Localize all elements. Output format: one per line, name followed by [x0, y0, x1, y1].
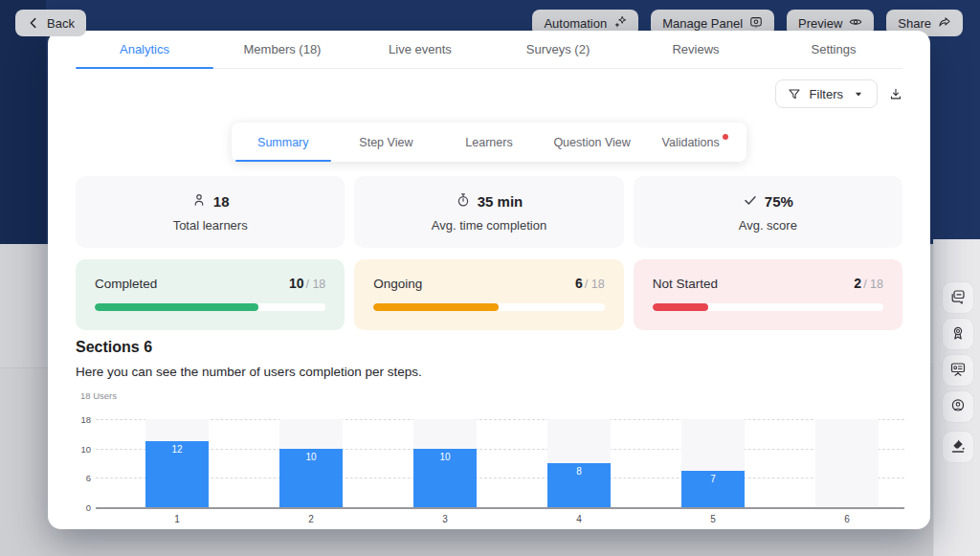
progress-total: / 18 — [585, 278, 605, 291]
progress-card-label: Not Started — [653, 277, 718, 291]
back-button-label: Back — [47, 16, 75, 31]
progress-bar-fill — [373, 303, 498, 311]
stat-card-total-learners: 18Total learners — [76, 176, 345, 248]
tab-surveys-2[interactable]: Surveys (2) — [489, 31, 627, 68]
tab-label: Reviews — [672, 42, 719, 56]
tab-members-18[interactable]: Members (18) — [213, 31, 351, 68]
progress-value: 10 — [289, 276, 304, 291]
progress-card-count: 10/ 18 — [289, 276, 325, 291]
download-button[interactable] — [889, 86, 902, 102]
progress-card-completed: Completed10/ 18 — [76, 259, 345, 330]
x-axis-tick: 5 — [694, 514, 732, 524]
tab-analytics[interactable]: Analytics — [76, 31, 213, 68]
chat-icon — [949, 288, 967, 308]
notification-dot — [723, 134, 728, 140]
progress-bar-fill — [95, 303, 258, 311]
main-tab-bar: AnalyticsMembers (18)Live eventsSurveys … — [76, 31, 902, 69]
subtab-question-view[interactable]: Question View — [541, 122, 644, 162]
check-icon — [743, 192, 758, 211]
bar-value-label: 10 — [413, 452, 477, 462]
bar-section-1[interactable]: 12 — [145, 441, 209, 507]
analytics-panel: AnalyticsMembers (18)Live eventsSurveys … — [48, 31, 930, 529]
funnel-icon — [788, 87, 801, 101]
stat-value: 18 — [213, 193, 230, 210]
page-left-sidebar-strip — [0, 0, 46, 244]
topbar-button-label: Share — [898, 16, 931, 31]
screen-icon — [749, 15, 763, 32]
subtab-label: Question View — [553, 136, 630, 149]
progress-card-count: 2/ 18 — [854, 276, 883, 291]
chart-gridline — [96, 419, 904, 420]
toolbar-button-chat[interactable] — [942, 281, 974, 314]
tab-settings[interactable]: Settings — [765, 31, 902, 68]
progress-card-label: Ongoing — [373, 277, 422, 291]
tab-label: Live events — [389, 42, 452, 56]
toolbar-button-medal[interactable] — [942, 318, 974, 350]
progress-bar-track — [653, 303, 883, 311]
stat-cards-row: 18Total learners35 minAvg. time completi… — [76, 176, 902, 248]
x-axis-tick: 1 — [158, 514, 196, 524]
subtab-summary[interactable]: Summary — [232, 122, 335, 162]
stat-label: Total learners — [173, 218, 248, 233]
bar-section-3[interactable]: 10 — [413, 449, 477, 507]
sections-subtitle: Here you can see the number of users com… — [76, 365, 422, 379]
y-axis-tick: 0 — [76, 502, 91, 513]
sections-bar-chart: 18106012110210384756 — [76, 411, 904, 526]
chart-gridline — [96, 478, 904, 478]
sections-title: Sections 6 — [76, 339, 152, 356]
stat-card-avg-score: 75%Avg. score — [634, 176, 902, 248]
progress-value: 2 — [854, 276, 861, 291]
progress-cards-row: Completed10/ 18Ongoing6/ 18Not Started2/… — [76, 259, 902, 330]
stat-value: 75% — [765, 193, 793, 210]
bar-value-label: 8 — [547, 466, 611, 477]
subtab-step-view[interactable]: Step View — [335, 122, 438, 162]
bar-section-2[interactable]: 10 — [279, 449, 343, 507]
stat-label: Avg. time completion — [432, 218, 546, 233]
filters-button[interactable]: Filters — [775, 79, 878, 108]
progress-bar-track — [95, 303, 325, 311]
tab-label: Analytics — [120, 42, 169, 56]
bar-section-4[interactable]: 8 — [547, 463, 611, 507]
stopwatch-icon — [456, 192, 471, 211]
support-icon — [949, 397, 967, 417]
analytics-subtab-bar: SummaryStep ViewLearnersQuestion ViewVal… — [232, 122, 746, 162]
progress-bar-fill — [653, 303, 708, 311]
chart-axis-line — [96, 507, 904, 509]
progress-card-count: 6/ 18 — [575, 276, 605, 291]
subtab-learners[interactable]: Learners — [437, 122, 541, 162]
back-button[interactable]: Back — [15, 10, 86, 36]
tab-reviews[interactable]: Reviews — [627, 31, 765, 68]
tab-label: Members (18) — [244, 42, 322, 56]
chart-axis-label: 18 Users — [80, 390, 117, 401]
toolbar-button-presentation[interactable] — [942, 354, 974, 387]
bar-value-label: 7 — [681, 474, 745, 484]
share-icon — [938, 15, 951, 32]
presentation-icon — [949, 361, 967, 381]
tab-label: Surveys (2) — [526, 42, 590, 56]
filters-row: Filters — [775, 79, 902, 108]
x-axis-tick: 6 — [828, 514, 866, 524]
x-axis-tick: 4 — [560, 514, 598, 524]
stat-card-avg-time-completion: 35 minAvg. time completion — [354, 176, 623, 248]
y-axis-tick: 6 — [76, 473, 91, 483]
bar-background-track — [815, 419, 879, 507]
sparkles-icon — [613, 15, 627, 32]
progress-value: 6 — [575, 276, 583, 291]
toolbar-button-support[interactable] — [942, 390, 974, 423]
subtab-label: Learners — [465, 136, 512, 149]
progress-bar-track — [373, 303, 604, 311]
bar-section-5[interactable]: 7 — [681, 471, 745, 507]
toolbar-button-fill[interactable] — [942, 431, 974, 463]
progress-card-label: Completed — [95, 277, 157, 291]
caret-down-icon — [852, 89, 865, 100]
stat-label: Avg. score — [739, 218, 797, 233]
chart-gridline — [96, 449, 904, 450]
subtab-label: Step View — [359, 136, 412, 149]
side-toolbar — [933, 239, 980, 556]
download-icon — [889, 86, 902, 102]
x-axis-tick: 2 — [292, 514, 330, 524]
filters-button-label: Filters — [810, 87, 843, 101]
subtab-validations[interactable]: Validations — [643, 122, 746, 162]
chevron-left-icon — [27, 16, 40, 30]
tab-live-events[interactable]: Live events — [351, 31, 489, 68]
